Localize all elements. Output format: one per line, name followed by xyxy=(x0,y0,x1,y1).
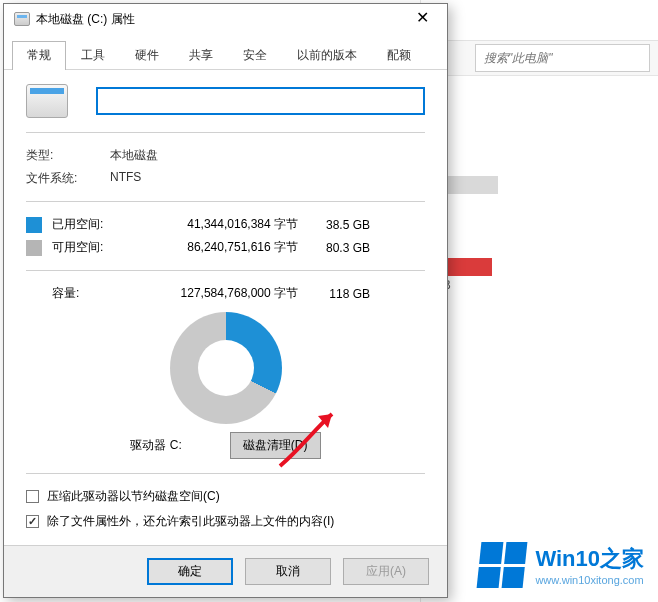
tab-hardware[interactable]: 硬件 xyxy=(120,41,174,70)
search-input[interactable] xyxy=(476,45,649,71)
window-title: 本地磁盘 (C:) 属性 xyxy=(36,11,401,28)
free-gb: 80.3 GB xyxy=(298,241,370,255)
free-label: 可用空间: xyxy=(52,239,144,256)
drive-label: 驱动器 C: xyxy=(130,437,181,454)
used-swatch xyxy=(26,217,42,233)
capacity-label: 容量: xyxy=(52,285,144,302)
capacity-bytes: 127,584,768,000 字节 xyxy=(144,285,298,302)
watermark: Win10之家 www.win10xitong.com xyxy=(479,542,644,588)
tab-security[interactable]: 安全 xyxy=(228,41,282,70)
used-label: 已用空间: xyxy=(52,216,144,233)
windows-flag-icon xyxy=(477,542,528,588)
tab-quota[interactable]: 配额 xyxy=(372,41,426,70)
ok-button[interactable]: 确定 xyxy=(147,558,233,585)
disk-cleanup-button[interactable]: 磁盘清理(D) xyxy=(230,432,321,459)
compress-checkbox[interactable] xyxy=(26,490,39,503)
divider xyxy=(26,270,425,271)
used-bytes: 41,344,016,384 字节 xyxy=(144,216,298,233)
free-bytes: 86,240,751,616 字节 xyxy=(144,239,298,256)
capacity-gb: 118 GB xyxy=(298,287,370,301)
tab-sharing[interactable]: 共享 xyxy=(174,41,228,70)
tab-general[interactable]: 常规 xyxy=(12,41,66,70)
divider xyxy=(26,201,425,202)
usage-donut-chart xyxy=(170,312,282,424)
drive-icon xyxy=(14,12,30,26)
type-label: 类型: xyxy=(26,147,110,164)
dialog-button-bar: 确定 取消 应用(A) xyxy=(4,545,447,597)
divider xyxy=(26,132,425,133)
drive-large-icon xyxy=(26,84,68,118)
tab-previous[interactable]: 以前的版本 xyxy=(282,41,372,70)
tab-content-general: 类型: 本地磁盘 文件系统: NTFS 已用空间: 41,344,016,384… xyxy=(4,70,447,545)
tab-tools[interactable]: 工具 xyxy=(66,41,120,70)
search-box[interactable] xyxy=(475,44,650,72)
apply-button[interactable]: 应用(A) xyxy=(343,558,429,585)
index-checkbox[interactable] xyxy=(26,515,39,528)
watermark-title: Win10之家 xyxy=(535,544,644,574)
close-button[interactable]: ✕ xyxy=(401,5,443,33)
filesystem-label: 文件系统: xyxy=(26,170,110,187)
type-value: 本地磁盘 xyxy=(110,147,158,164)
index-label: 除了文件属性外，还允许索引此驱动器上文件的内容(I) xyxy=(47,513,334,530)
tab-bar: 常规 工具 硬件 共享 安全 以前的版本 配额 xyxy=(4,34,447,70)
drive-name-input[interactable] xyxy=(96,87,425,115)
explorer-background xyxy=(420,0,658,602)
free-swatch xyxy=(26,240,42,256)
compress-label: 压缩此驱动器以节约磁盘空间(C) xyxy=(47,488,220,505)
used-gb: 38.5 GB xyxy=(298,218,370,232)
divider xyxy=(26,473,425,474)
watermark-url: www.win10xitong.com xyxy=(535,574,644,586)
titlebar: 本地磁盘 (C:) 属性 ✕ xyxy=(4,4,447,34)
properties-dialog: 本地磁盘 (C:) 属性 ✕ 常规 工具 硬件 共享 安全 以前的版本 配额 类… xyxy=(3,3,448,598)
filesystem-value: NTFS xyxy=(110,170,141,187)
cancel-button[interactable]: 取消 xyxy=(245,558,331,585)
